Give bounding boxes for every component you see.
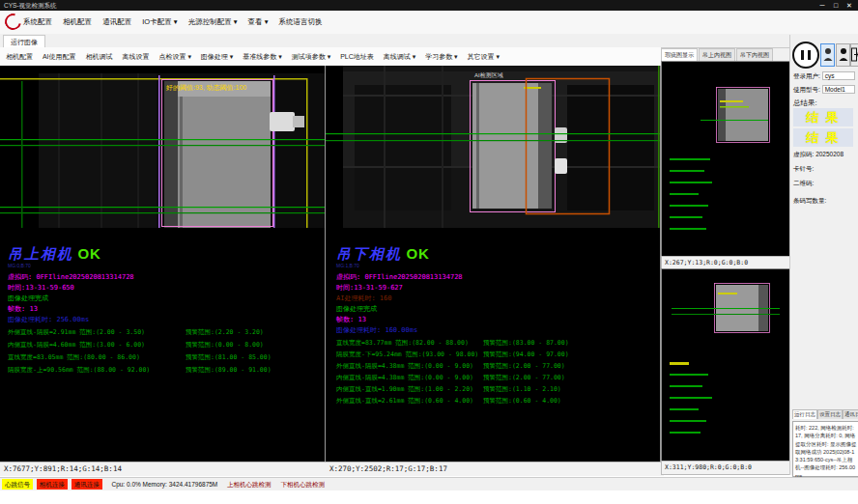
user-icon bbox=[823, 46, 833, 64]
login-user-input[interactable]: cys bbox=[822, 71, 855, 80]
exit-button[interactable] bbox=[850, 43, 858, 67]
camera-connect-badge: 相机连接 bbox=[37, 479, 68, 490]
tab-lower-inner-view[interactable]: 吊下内视图 bbox=[736, 48, 773, 62]
tool-image-processing[interactable]: 图像处理 ▾ bbox=[201, 53, 233, 60]
heartbeat-badge: 心跳信号 bbox=[2, 479, 33, 490]
lower-virtual-code: 虚拟码: 0FFIline2025020813134728 bbox=[336, 272, 463, 282]
virtual-code-label: 虚拟码: bbox=[793, 151, 814, 157]
menu-light-control-config[interactable]: 光源控制配置 ▾ bbox=[188, 17, 238, 26]
virtual-code-value: 20250208 bbox=[815, 151, 844, 157]
result-box-2: 结 果 bbox=[793, 128, 853, 147]
login-user-row: 登录用户: cys bbox=[793, 71, 855, 81]
right-control-panel: 登录用户: cys 使用型号: Model1 总结果: 结 果 结 果 虚拟码:… bbox=[789, 35, 858, 475]
tab-upper-inner-view[interactable]: 吊上内视图 bbox=[699, 48, 735, 62]
tool-spot-check[interactable]: 点检设置 ▾ bbox=[158, 53, 190, 60]
upper-process-done: 图像处理完成 bbox=[8, 294, 48, 303]
measure-row: 外侧直线-直线=2.61mm 范围:(0.60 - 4.00) bbox=[336, 397, 473, 406]
tool-offline-debug[interactable]: 离线调试 ▾ bbox=[384, 53, 415, 60]
menu-camera-config[interactable]: 相机配置 bbox=[63, 17, 92, 26]
minimize-button[interactable]: ─ bbox=[815, 0, 829, 11]
menu-language-switch[interactable]: 系统语言切换 bbox=[279, 17, 323, 26]
thumb-tabs: 瑕疵图显示吊上内视图吊下内视图 bbox=[661, 48, 789, 61]
upper-frame-count: 帧数: 13 bbox=[8, 304, 38, 314]
measure-row: 内侧直线-直线=1.90mm 范围:(1.00 - 2.20) bbox=[336, 385, 473, 394]
barcode-count-label: 条码写数量: bbox=[793, 197, 826, 206]
tool-baseline-params[interactable]: 基准线参数 ▾ bbox=[243, 53, 281, 60]
upper-camera-coords: X:7677;Y:891;R:14;G:14;B:14 bbox=[0, 462, 329, 476]
measure-row: 外侧直线-隔膜=2.91mm 范围:(2.00 - 3.50) bbox=[8, 328, 145, 337]
measure-row: 隔膜宽度-上=90.56mm 范围:(88.00 - 92.00) bbox=[8, 366, 150, 375]
thumb-upper-view[interactable] bbox=[661, 61, 790, 258]
tool-camera-debug[interactable]: 相机调试 bbox=[86, 53, 113, 60]
total-result-label: 总结果: bbox=[793, 98, 817, 108]
maximize-button[interactable]: □ bbox=[829, 0, 843, 11]
warn-range: 预警范围:(2.00 - 77.00) bbox=[483, 362, 565, 371]
menu-system-config[interactable]: 系统配置 bbox=[23, 17, 52, 26]
upper-camera-ok: OK bbox=[77, 245, 101, 262]
warn-range: 预警范围:(83.00 - 87.00) bbox=[483, 339, 569, 348]
user-button[interactable] bbox=[820, 43, 835, 67]
warn-range: 预警范围:(81.00 - 85.00) bbox=[186, 353, 272, 362]
cpu-memory-text: Cpu: 0.0% Memory: 3424.41796875M bbox=[111, 481, 217, 488]
lower-camera-coords: X:270;Y:2502;R:17;G:17;B:17 bbox=[326, 462, 664, 476]
log-tabs: 运行日志设置日志通讯日志 bbox=[792, 409, 857, 419]
operator-button[interactable] bbox=[836, 43, 850, 67]
menu-io-card-config[interactable]: IO卡配置 ▾ bbox=[142, 17, 177, 26]
ai-region-overlay-label: AI检测区域 bbox=[474, 71, 503, 78]
window-title: CYS-视觉检测系统 bbox=[4, 2, 57, 11]
lower-camera-subtitle: MG:1,B:70 bbox=[336, 263, 359, 268]
model-input[interactable]: Model1 bbox=[822, 85, 855, 94]
result-box-1: 结 果 bbox=[793, 108, 853, 126]
measure-row: 隔膜宽度-下=95.24mm 范围:(93.00 - 98.00) bbox=[336, 350, 478, 359]
log-output[interactable]: 耗时: 222, 网络检测耗时: 17, 网络分离耗时: 0, 网络提取分区耗时… bbox=[792, 421, 858, 477]
menu-items: 系统配置 相机配置 通讯配置 IO卡配置 ▾ 光源控制配置 ▾ 查看 ▾ 系统语… bbox=[23, 17, 331, 27]
lower-ai-time: AI处理耗时: 160 bbox=[336, 294, 392, 303]
thumb-lower-coords: X:311;Y:980;R:0;G:0;B:0 bbox=[661, 461, 793, 475]
upper-process-time: 图像处理耗时: 256.00ms bbox=[8, 315, 89, 324]
tool-ai-usage-config[interactable]: AI使用配置 bbox=[43, 53, 76, 60]
measure-row: 直线宽度=83.05mm 范围:(80.00 - 86.00) bbox=[8, 353, 140, 362]
menu-view[interactable]: 查看 ▾ bbox=[248, 17, 269, 26]
tab-defect-view[interactable]: 瑕疵图显示 bbox=[661, 48, 698, 62]
log-tab-run[interactable]: 运行日志 bbox=[792, 409, 817, 419]
tool-other-settings[interactable]: 其它设置 ▾ bbox=[468, 53, 500, 60]
log-tab-settings[interactable]: 设置日志 bbox=[817, 409, 843, 419]
lower-camera-panel[interactable]: AI检测区域 吊下相机 OK MG:1,B:70 虚拟码: 0FFIline20… bbox=[326, 66, 661, 462]
login-user-label: 登录用户: bbox=[793, 72, 820, 79]
upper-time: 时间:13-31-59-650 bbox=[8, 283, 74, 293]
operator-icon bbox=[839, 46, 848, 64]
virtual-code-row: 虚拟码: 20250208 bbox=[793, 151, 844, 159]
tool-test-params[interactable]: 测试项参数 ▾ bbox=[292, 53, 330, 60]
thumb-lower-view[interactable] bbox=[661, 268, 790, 462]
tool-plc-address[interactable]: PLC地址表 bbox=[340, 53, 374, 60]
upper-camera-panel[interactable]: 好的阈值:93, 动态阈值:100 吊上相机 OK MG:0,B:70 虚拟码:… bbox=[0, 66, 326, 462]
titlebar: CYS-视觉检测系统 ─ □ ✕ bbox=[0, 0, 858, 11]
status-bar: 心跳信号 相机连接 通讯连接 Cpu: 0.0% Memory: 3424.41… bbox=[0, 477, 858, 490]
close-button[interactable]: ✕ bbox=[843, 0, 856, 11]
lower-process-done: 图像处理完成 bbox=[336, 304, 377, 314]
lower-frame-count: 帧数: 13 bbox=[336, 315, 366, 324]
pause-icon bbox=[801, 50, 811, 60]
tool-learning-params[interactable]: 学习参数 ▾ bbox=[425, 53, 457, 60]
tool-camera-config[interactable]: 相机配置 bbox=[6, 53, 33, 60]
comm-connect-badge: 通讯连接 bbox=[72, 479, 102, 490]
window-controls: ─ □ ✕ bbox=[815, 0, 856, 11]
thumb-lower-image bbox=[662, 269, 787, 460]
pin-number-label: 卡针号: bbox=[793, 165, 814, 174]
model-label: 使用型号: bbox=[793, 86, 820, 93]
lower-process-time: 图像处理耗时: 160.00ms bbox=[336, 325, 417, 335]
toolbar: 相机配置 AI使用配置 相机调试 离线设置 点检设置 ▾ 图像处理 ▾ 基准线参… bbox=[0, 47, 661, 67]
exit-door-icon bbox=[851, 46, 858, 64]
upper-cam-heartbeat-text: 上相机心跳检测 bbox=[227, 481, 272, 488]
pause-button[interactable] bbox=[792, 42, 819, 69]
lower-camera-result: 吊下相机 OK bbox=[336, 245, 430, 264]
menu-comm-config[interactable]: 通讯配置 bbox=[102, 17, 131, 26]
result-text-2: 结 果 bbox=[806, 130, 841, 145]
thumb-upper-image bbox=[662, 62, 787, 255]
model-row: 使用型号: Model1 bbox=[793, 85, 855, 95]
log-tab-comm[interactable]: 通讯日志 bbox=[843, 409, 858, 419]
tool-offline-settings[interactable]: 离线设置 bbox=[122, 53, 149, 60]
warn-range: 预警范围:(89.00 - 91.00) bbox=[186, 366, 272, 375]
measure-row: 外侧直线-隔膜=4.38mm 范围:(0.00 - 9.00) bbox=[336, 362, 473, 371]
warn-range: 预警范围:(1.10 - 2.10) bbox=[483, 385, 561, 394]
